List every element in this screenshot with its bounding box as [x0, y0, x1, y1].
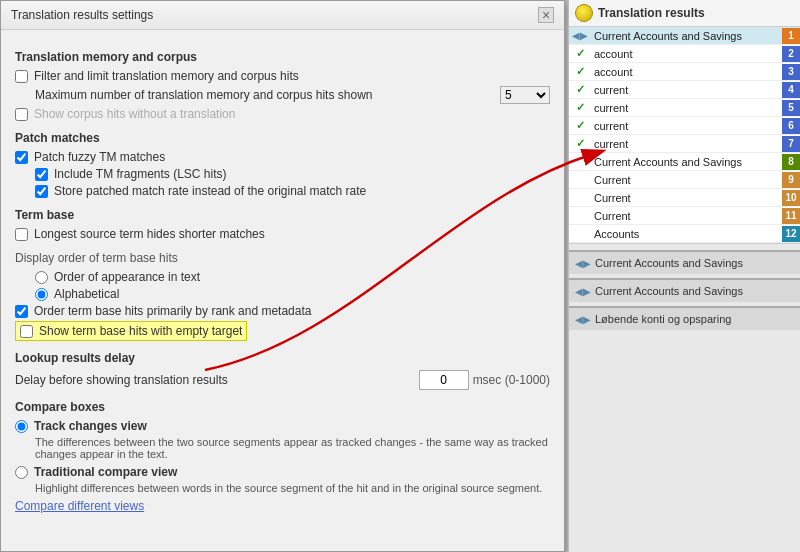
delay-row: Delay before showing translation results… [15, 370, 550, 390]
patch-matches-header: Patch matches [15, 131, 550, 145]
show-empty-row: Show term base hits with empty target [15, 321, 247, 341]
track-changes-row: Track changes view [15, 419, 550, 433]
show-empty-label[interactable]: Show term base hits with empty target [39, 324, 242, 338]
result-row[interactable]: ✓ current 7 [569, 135, 800, 153]
segment-icon: ◀▶ [575, 258, 591, 269]
track-changes-label[interactable]: Track changes view [34, 419, 147, 433]
result-badge: 11 [782, 208, 800, 224]
include-tm-label[interactable]: Include TM fragments (LSC hits) [54, 167, 227, 181]
result-badge: 7 [782, 136, 800, 152]
result-text: account [591, 65, 782, 79]
store-patched-row: Store patched match rate instead of the … [35, 184, 550, 198]
check-icon: ✓ [576, 137, 585, 150]
result-icon-area: ✓ [569, 119, 591, 132]
result-icon-area: ✓ [569, 47, 591, 60]
include-tm-row: Include TM fragments (LSC hits) [35, 167, 550, 181]
filter-hits-label[interactable]: Filter and limit translation memory and … [34, 69, 299, 83]
tm-corpus-header: Translation memory and corpus [15, 50, 550, 64]
longest-label[interactable]: Longest source term hides shorter matche… [34, 227, 265, 241]
result-text: current [591, 137, 782, 151]
store-patched-label[interactable]: Store patched match rate instead of the … [54, 184, 366, 198]
result-icon-area: ✓ [569, 137, 591, 150]
max-hits-select[interactable]: 5 [500, 86, 550, 104]
compare-views-link[interactable]: Compare different views [15, 499, 550, 513]
result-row[interactable]: ✓ account 3 [569, 63, 800, 81]
result-row[interactable]: Current 11 [569, 207, 800, 225]
result-row[interactable]: ◀▶ Current Accounts and Savings 1 [569, 27, 800, 45]
order-rank-row: Order term base hits primarily by rank a… [15, 304, 550, 318]
filter-hits-row: Filter and limit translation memory and … [15, 69, 550, 83]
result-row[interactable]: ✓ account 2 [569, 45, 800, 63]
panel-entries: ◀▶ Current Accounts and Savings ◀▶ Curre… [569, 250, 800, 330]
order-appearance-label[interactable]: Order of appearance in text [54, 270, 200, 284]
result-row[interactable]: ✓ current 6 [569, 117, 800, 135]
longest-checkbox[interactable] [15, 228, 28, 241]
result-icon-area: ✓ [569, 83, 591, 96]
result-badge: 5 [782, 100, 800, 116]
result-text: Current [591, 191, 782, 205]
traditional-desc: Highlight differences between words in t… [35, 482, 550, 494]
yellow-circle-icon [575, 4, 593, 22]
close-button[interactable]: × [538, 7, 554, 23]
result-badge: 2 [782, 46, 800, 62]
dialog-body: Translation memory and corpus Filter and… [1, 30, 564, 550]
result-badge: 6 [782, 118, 800, 134]
delay-label: Delay before showing translation results [15, 373, 419, 387]
show-corpus-label[interactable]: Show corpus hits without a translation [34, 107, 235, 121]
translation-results-header: Translation results [569, 0, 800, 27]
result-row[interactable]: ✓ current 4 [569, 81, 800, 99]
panel-entry-2[interactable]: ◀▶ Current Accounts and Savings [569, 278, 800, 302]
result-text: account [591, 47, 782, 61]
patch-fuzzy-row: Patch fuzzy TM matches [15, 150, 550, 164]
show-empty-checkbox[interactable] [20, 325, 33, 338]
check-icon: ✓ [576, 101, 585, 114]
alphabetical-radio[interactable] [35, 288, 48, 301]
alphabetical-label[interactable]: Alphabetical [54, 287, 119, 301]
lookup-delay-header: Lookup results delay [15, 351, 550, 365]
dialog-title: Translation results settings [11, 8, 153, 22]
check-icon: ✓ [576, 47, 585, 60]
result-badge: 1 [782, 28, 800, 44]
term-base-header: Term base [15, 208, 550, 222]
result-text: Accounts [591, 227, 782, 241]
show-corpus-checkbox[interactable] [15, 108, 28, 121]
display-order-header: Display order of term base hits [15, 251, 550, 265]
track-changes-radio[interactable] [15, 420, 28, 433]
traditional-row: Traditional compare view [15, 465, 550, 479]
check-icon: ✓ [576, 65, 585, 78]
longest-row: Longest source term hides shorter matche… [15, 227, 550, 241]
result-row[interactable]: ✓ current 5 [569, 99, 800, 117]
patch-fuzzy-label[interactable]: Patch fuzzy TM matches [34, 150, 165, 164]
dialog-titlebar: Translation results settings × [1, 1, 564, 30]
filter-hits-checkbox[interactable] [15, 70, 28, 83]
result-icon-area: ✓ [569, 101, 591, 114]
check-icon: ✓ [576, 119, 585, 132]
right-panel: Translation results ◀▶ Current Accounts … [568, 0, 800, 552]
result-icon-area: ◀▶ [569, 30, 591, 41]
traditional-radio[interactable] [15, 466, 28, 479]
result-text: current [591, 119, 782, 133]
include-tm-checkbox[interactable] [35, 168, 48, 181]
panel-entry-3[interactable]: ◀▶ Løbende konti og opsparing [569, 306, 800, 330]
order-appearance-row: Order of appearance in text [35, 270, 550, 284]
store-patched-checkbox[interactable] [35, 185, 48, 198]
result-row[interactable]: Current 10 [569, 189, 800, 207]
traditional-label[interactable]: Traditional compare view [34, 465, 177, 479]
result-row[interactable]: Current 9 [569, 171, 800, 189]
result-badge: 10 [782, 190, 800, 206]
result-icon-area: ✓ [569, 65, 591, 78]
result-badge: 12 [782, 226, 800, 242]
result-row[interactable]: Accounts 12 [569, 225, 800, 243]
translation-results-title: Translation results [598, 6, 705, 20]
patch-fuzzy-checkbox[interactable] [15, 151, 28, 164]
order-appearance-radio[interactable] [35, 271, 48, 284]
max-hits-row: Maximum number of translation memory and… [35, 86, 550, 104]
result-text: Current Accounts and Savings [591, 29, 782, 43]
delay-unit: msec (0-1000) [473, 373, 550, 387]
panel-entry-1[interactable]: ◀▶ Current Accounts and Savings [569, 250, 800, 274]
result-row[interactable]: Current Accounts and Savings 8 [569, 153, 800, 171]
order-rank-label[interactable]: Order term base hits primarily by rank a… [34, 304, 311, 318]
delay-input[interactable] [419, 370, 469, 390]
translation-settings-dialog: Translation results settings × Translati… [0, 0, 565, 552]
order-rank-checkbox[interactable] [15, 305, 28, 318]
